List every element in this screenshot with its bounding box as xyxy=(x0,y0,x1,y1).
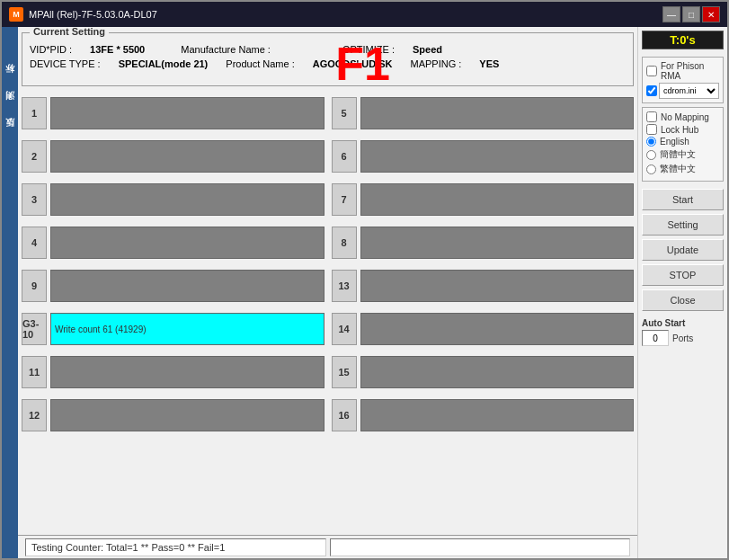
slot-box-6[interactable] xyxy=(360,140,635,173)
grid-column-left: 12349G3-10Write count 61 (41929)1112 xyxy=(22,93,324,531)
info-bar: Current Setting F1 VID*PID : 13FE * 5500… xyxy=(22,32,634,86)
status-right xyxy=(330,538,631,556)
no-mapping-row: No Mapping xyxy=(646,111,719,122)
action-buttons: Start Setting Update STOP Close xyxy=(642,189,724,311)
traditional-radio[interactable] xyxy=(646,164,656,174)
lock-hub-label: Lock Hub xyxy=(661,125,698,135)
slot-number-4: 4 xyxy=(22,227,47,259)
ports-label: Ports xyxy=(672,333,693,343)
auto-start-label: Auto Start xyxy=(642,318,724,328)
grid-column-right: 567813141516 xyxy=(332,93,635,531)
ports-row: Ports xyxy=(642,330,724,346)
slot-box-7[interactable] xyxy=(360,183,635,216)
slot-number-16: 16 xyxy=(332,399,357,431)
left-sidebar: 标 测 版 xyxy=(2,27,18,558)
simplified-row: 簡體中文 xyxy=(646,148,719,161)
slot-box-3[interactable] xyxy=(50,183,324,216)
no-mapping-label: No Mapping xyxy=(661,112,709,122)
simplified-label: 簡體中文 xyxy=(660,148,696,161)
vid-pid-value: 13FE * 5500 xyxy=(90,44,145,55)
mapping-value: YES xyxy=(479,58,499,69)
product-label: Product Name : xyxy=(226,58,294,69)
update-button[interactable]: Update xyxy=(642,239,724,261)
grid-row: G3-10Write count 61 (41929) xyxy=(22,309,324,349)
info-row-1: VID*PID : 13FE * 5500 Manufacture Name :… xyxy=(30,44,626,55)
slot-number-14: 14 xyxy=(332,313,357,345)
slot-text-G3-10: Write count 61 (41929) xyxy=(55,324,147,334)
slot-number-2: 2 xyxy=(22,140,47,173)
optimize-value: Speed xyxy=(413,44,442,55)
cdrom-select[interactable]: cdrom.ini xyxy=(659,83,719,99)
grid-area: 12349G3-10Write count 61 (41929)1112 567… xyxy=(18,90,637,535)
status-left: Testing Counter: Total=1 ** Pass=0 ** Fa… xyxy=(25,538,326,556)
grid-row: 1 xyxy=(22,93,324,133)
f1-badge: F1 xyxy=(335,40,390,87)
slot-number-G3-10: G3-10 xyxy=(22,313,47,345)
traditional-label: 繁體中文 xyxy=(660,163,696,175)
english-radio[interactable] xyxy=(646,137,656,147)
setting-button[interactable]: Setting xyxy=(642,214,724,236)
slot-box-14[interactable] xyxy=(360,313,635,345)
phison-section: For Phison RMA cdrom.ini xyxy=(642,57,724,103)
grid-row: 5 xyxy=(332,93,635,133)
grid-row: 6 xyxy=(332,137,635,176)
mfr-label: Manufacture Name : xyxy=(181,44,271,55)
stop-button[interactable]: STOP xyxy=(642,264,724,286)
slot-box-5[interactable] xyxy=(360,97,635,129)
slot-number-15: 15 xyxy=(332,356,357,388)
center-panel: Current Setting F1 VID*PID : 13FE * 5500… xyxy=(18,27,637,558)
grid-row: 3 xyxy=(22,180,324,219)
grid-container: 12349G3-10Write count 61 (41929)1112 567… xyxy=(22,93,634,531)
grid-row: 12 xyxy=(22,396,324,435)
main-content: 标 测 版 Current Setting F1 VID*PID : 13FE … xyxy=(2,27,727,558)
slot-box-8[interactable] xyxy=(360,227,635,259)
window-title: MPAll (Rel)-7F-5.03.0A-DL07 xyxy=(29,9,157,20)
close-button[interactable]: Close xyxy=(642,289,724,311)
start-button[interactable]: Start xyxy=(642,189,724,210)
slot-number-5: 5 xyxy=(332,97,357,129)
slot-number-12: 12 xyxy=(22,399,47,431)
traditional-row: 繁體中文 xyxy=(646,163,719,175)
grid-row: 16 xyxy=(332,396,635,435)
window-close-button[interactable]: ✕ xyxy=(702,6,720,22)
phison-rma-checkbox[interactable] xyxy=(646,66,657,76)
maximize-button[interactable]: □ xyxy=(682,6,700,22)
window-controls: — □ ✕ xyxy=(662,6,720,22)
grid-row: 7 xyxy=(332,180,635,219)
slot-box-15[interactable] xyxy=(360,356,635,388)
slot-number-3: 3 xyxy=(22,183,47,216)
minimize-button[interactable]: — xyxy=(662,6,680,22)
english-row: English xyxy=(646,137,719,147)
simplified-radio[interactable] xyxy=(646,150,656,160)
ports-input[interactable] xyxy=(642,330,669,346)
main-window: M MPAll (Rel)-7F-5.03.0A-DL07 — □ ✕ 标 测 … xyxy=(0,0,729,560)
cdrom-row: cdrom.ini xyxy=(646,83,719,99)
lock-hub-row: Lock Hub xyxy=(646,124,719,135)
title-bar-left: M MPAll (Rel)-7F-5.03.0A-DL07 xyxy=(9,7,157,22)
slot-box-13[interactable] xyxy=(360,270,635,302)
slot-box-1[interactable] xyxy=(50,97,324,129)
slot-box-9[interactable] xyxy=(50,270,324,302)
grid-row: 15 xyxy=(332,352,635,392)
lock-hub-checkbox[interactable] xyxy=(646,124,657,135)
grid-row: 13 xyxy=(332,266,635,306)
grid-row: 11 xyxy=(22,352,324,392)
auto-start-section: Auto Start Ports xyxy=(642,318,724,346)
grid-row: 9 xyxy=(22,266,324,306)
slot-number-11: 11 xyxy=(22,356,47,388)
info-row-2: DEVICE TYPE : SPECIAL(mode 21) Product N… xyxy=(30,58,626,69)
slot-box-12[interactable] xyxy=(50,399,324,431)
vid-pid-label: VID*PID : xyxy=(30,44,72,55)
slot-box-4[interactable] xyxy=(50,227,324,259)
phison-rma-row: For Phison RMA xyxy=(646,61,719,81)
no-mapping-checkbox[interactable] xyxy=(646,111,657,122)
slot-box-G3-10[interactable]: Write count 61 (41929) xyxy=(50,313,324,345)
slot-number-6: 6 xyxy=(332,140,357,173)
slot-number-9: 9 xyxy=(22,270,47,302)
slot-box-11[interactable] xyxy=(50,356,324,388)
slot-number-8: 8 xyxy=(332,227,357,259)
cdrom-checkbox[interactable] xyxy=(646,85,657,96)
grid-row: 4 xyxy=(22,223,324,262)
slot-box-2[interactable] xyxy=(50,140,324,173)
slot-box-16[interactable] xyxy=(360,399,635,431)
